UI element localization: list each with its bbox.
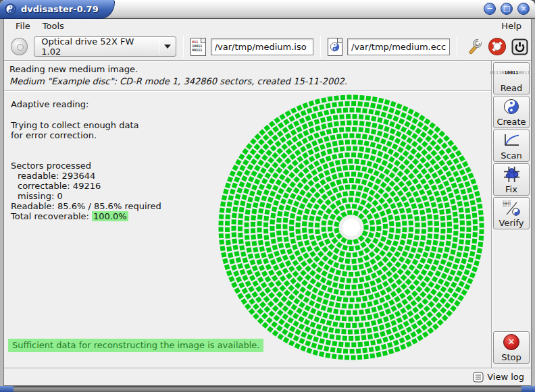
wrench-icon (467, 38, 483, 55)
puzzle-icon (503, 166, 520, 183)
window-title: dvdisaster-0.79 (21, 4, 99, 14)
lifebelt-icon (488, 38, 506, 55)
yin-yang-icon (503, 99, 519, 115)
create-button[interactable]: Create (493, 96, 530, 128)
yin-yang-icon (330, 42, 340, 52)
optical-drive-icon (11, 38, 28, 55)
menubar: File Tools Help (4, 19, 531, 33)
stat-readable: readable: 293644 (11, 171, 161, 181)
chevron-down-icon (164, 45, 171, 49)
menu-file[interactable]: File (9, 20, 36, 32)
info-desc-1: Trying to collect enough data (11, 120, 161, 130)
resize-handle-right[interactable] (521, 386, 535, 392)
action-sidebar: 01110 10011 00111 Read (491, 61, 531, 368)
read-label: Read (501, 83, 523, 93)
verify-button[interactable]: 01110 10011 00111 Verify (493, 197, 530, 229)
ecc-path-input[interactable] (347, 38, 450, 55)
fix-button[interactable]: Fix (493, 163, 530, 196)
ecc-file-icon (328, 38, 342, 56)
view-log-toggle[interactable]: View log (487, 372, 524, 382)
quit-button[interactable] (511, 38, 528, 55)
sectors-heading: Sectors processed (11, 161, 161, 171)
maximize-button[interactable]: □ (501, 3, 513, 15)
app-body: File Tools Help Optical drive 52X FW 1.0… (3, 19, 532, 386)
menu-help[interactable]: Help (497, 20, 526, 32)
verify-label: Verify (499, 218, 524, 228)
info-heading: Adaptive reading: (11, 99, 161, 109)
stop-icon: ✕ (503, 334, 519, 350)
preferences-button[interactable] (467, 38, 483, 55)
info-desc-2: for error correction. (11, 130, 161, 140)
close-button[interactable]: × (517, 3, 530, 15)
drawing-area: Adaptive reading: Trying to collect enou… (4, 91, 491, 368)
info-panel: Adaptive reading: Trying to collect enou… (11, 99, 161, 221)
toolbar-separator (457, 36, 457, 57)
titlebar-tab: dvdisaster-0.79 (0, 0, 115, 19)
status-area: Reading new medium image. Medium "Exampl… (4, 61, 491, 91)
status-line-1: Reading new medium image. (9, 63, 491, 76)
toolbar-separator (320, 36, 321, 57)
create-label: Create (496, 117, 526, 127)
status-line-2: Medium "Example disc": CD-R mode 1, 3428… (9, 76, 491, 88)
verify-icon: 01110 10011 00111 (503, 200, 520, 216)
stat-missing: missing: 0 (11, 191, 161, 201)
app-logo-icon (5, 3, 16, 15)
stop-button[interactable]: ✕ Stop (493, 331, 530, 364)
titlebar[interactable]: dvdisaster-0.79 − □ × (0, 0, 535, 19)
stat-correctable: correctable: 49216 (11, 181, 161, 191)
drive-select[interactable]: Optical drive 52X FW 1.02 (34, 36, 176, 57)
iso-file-icon: 011 10011 00111 (190, 38, 205, 56)
toolbar-separator (183, 36, 184, 57)
menu-tools[interactable]: Tools (36, 20, 70, 32)
scan-button[interactable]: Scan (493, 130, 530, 162)
app-window: dvdisaster-0.79 − □ × File Tools Help Op… (0, 0, 535, 392)
stat-readable-summary: Readable: 85.6% / 85.6% required (11, 201, 161, 211)
stop-label: Stop (501, 352, 521, 362)
resize-handle-left[interactable] (0, 386, 14, 392)
statusbar: View log (4, 368, 531, 385)
minimize-button[interactable]: − (484, 3, 496, 15)
binary-read-icon: 01110 10011 00111 (490, 63, 532, 83)
stat-recoverable: Total recoverable: 100.0% (11, 211, 161, 221)
speed-curve-icon (503, 133, 520, 148)
read-button[interactable]: 01110 10011 00111 Read (493, 62, 530, 94)
toolbar: Optical drive 52X FW 1.02 011 10011 0011… (4, 33, 531, 61)
help-button[interactable] (488, 38, 506, 55)
fix-label: Fix (505, 184, 517, 194)
iso-path-input[interactable] (211, 38, 313, 55)
power-icon (511, 38, 528, 55)
log-icon[interactable] (473, 372, 484, 383)
footer-message: Sufficient data for reconstructing the i… (8, 339, 263, 352)
disc-canvas (218, 94, 485, 361)
drive-select-label: Optical drive 52X FW 1.02 (41, 36, 159, 57)
window-bottom-border (0, 386, 535, 392)
scan-label: Scan (501, 150, 522, 161)
recoverable-value: 100.0% (92, 211, 128, 221)
